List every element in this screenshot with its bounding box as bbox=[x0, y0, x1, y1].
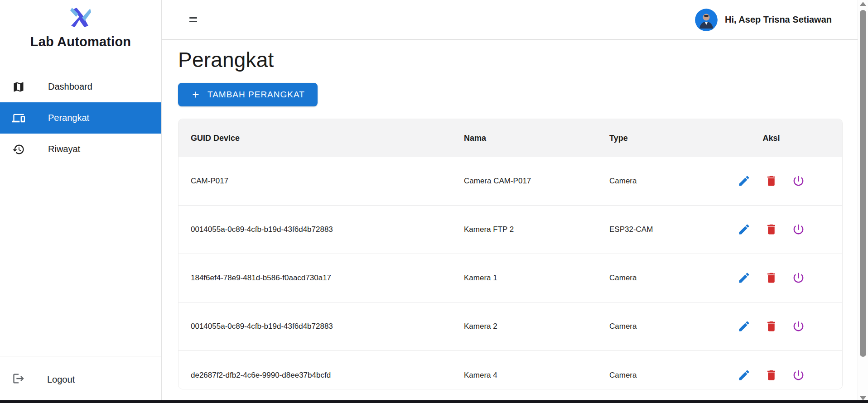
logout-label: Logout bbox=[47, 374, 75, 385]
pencil-icon bbox=[738, 271, 751, 284]
nama-cell: Kamera FTP 2 bbox=[452, 225, 597, 234]
delete-button[interactable] bbox=[765, 320, 778, 333]
brand-name: Lab Automation bbox=[0, 34, 161, 49]
aksi-cell bbox=[700, 320, 842, 333]
power-button[interactable] bbox=[792, 320, 805, 333]
trash-icon bbox=[765, 174, 778, 187]
sidebar-nav: Dashboard Perangkat Riwayat bbox=[0, 71, 161, 165]
sidebar: Lab Automation Dashboard Perangkat Riway… bbox=[0, 0, 162, 403]
table-row: 0014055a-0c89-4cfb-b19d-43f6d4b72883 Kam… bbox=[178, 302, 842, 351]
app-logo-icon bbox=[68, 6, 93, 29]
table-row: de2687f2-dfb2-4c6e-9990-d8ee37b4bcfd Kam… bbox=[178, 351, 842, 389]
power-icon bbox=[792, 369, 805, 382]
power-icon bbox=[792, 174, 805, 187]
column-header-guid: GUID Device bbox=[178, 134, 452, 143]
power-button[interactable] bbox=[792, 223, 805, 236]
user-area: Hi, Asep Trisna Setiawan bbox=[695, 9, 832, 31]
column-header-type: Type bbox=[597, 134, 700, 143]
logout-icon bbox=[12, 372, 25, 387]
guid-cell: de2687f2-dfb2-4c6e-9990-d8ee37b4bcfd bbox=[178, 371, 452, 380]
aksi-cell bbox=[700, 369, 842, 382]
column-header-nama: Nama bbox=[452, 134, 597, 143]
pencil-icon bbox=[738, 223, 751, 236]
add-device-button-label: TAMBAH PERANGKAT bbox=[207, 90, 305, 100]
sidebar-item-label: Dashboard bbox=[48, 82, 92, 92]
table-header-row: GUID Device Nama Type Aksi bbox=[178, 119, 842, 157]
column-header-aksi: Aksi bbox=[700, 134, 842, 143]
aksi-cell bbox=[700, 174, 842, 188]
screen-bottom-edge bbox=[0, 400, 868, 403]
logout-button[interactable]: Logout bbox=[0, 356, 161, 403]
map-icon bbox=[12, 80, 26, 94]
pencil-icon bbox=[738, 320, 751, 333]
type-cell: Camera bbox=[597, 273, 700, 283]
scroll-up-icon[interactable] bbox=[860, 2, 866, 6]
table-row: 184f6ef4-78e9-481d-b586-f0aacd730a17 Kam… bbox=[178, 254, 842, 302]
table-row: 0014055a-0c89-4cfb-b19d-43f6d4b72883 Kam… bbox=[178, 206, 842, 254]
history-icon bbox=[12, 143, 26, 156]
topbar: Hi, Asep Trisna Setiawan bbox=[162, 0, 858, 40]
edit-button[interactable] bbox=[738, 320, 751, 333]
scrollbar-thumb[interactable] bbox=[860, 10, 866, 357]
sidebar-item-dashboard[interactable]: Dashboard bbox=[0, 71, 161, 102]
trash-icon bbox=[765, 271, 778, 284]
type-cell: Camera bbox=[597, 322, 700, 331]
table-row: CAM-P017 Camera CAM-P017 Camera bbox=[178, 157, 842, 206]
sidebar-item-label: Perangkat bbox=[48, 113, 89, 123]
edit-button[interactable] bbox=[738, 223, 751, 236]
sidebar-item-riwayat[interactable]: Riwayat bbox=[0, 134, 161, 165]
window-scrollbar[interactable] bbox=[858, 0, 868, 403]
nama-cell: Camera CAM-P017 bbox=[452, 177, 597, 186]
main-content: Perangkat TAMBAH PERANGKAT GUID Device N… bbox=[162, 40, 858, 403]
type-cell: ESP32-CAM bbox=[597, 225, 700, 234]
plus-icon bbox=[191, 90, 201, 100]
menu-toggle-icon[interactable] bbox=[189, 17, 197, 23]
delete-button[interactable] bbox=[765, 271, 778, 285]
power-button[interactable] bbox=[792, 174, 805, 188]
user-greeting: Hi, Asep Trisna Setiawan bbox=[725, 14, 832, 25]
aksi-cell bbox=[700, 223, 842, 236]
devices-icon bbox=[12, 111, 26, 125]
table-body: CAM-P017 Camera CAM-P017 Camera 0014055a… bbox=[178, 157, 842, 389]
delete-button[interactable] bbox=[765, 174, 778, 188]
power-icon bbox=[792, 223, 805, 236]
trash-icon bbox=[765, 223, 778, 236]
guid-cell: CAM-P017 bbox=[178, 177, 452, 186]
edit-button[interactable] bbox=[738, 271, 751, 285]
aksi-cell bbox=[700, 271, 842, 285]
type-cell: Camera bbox=[597, 371, 700, 380]
pencil-icon bbox=[738, 369, 751, 382]
scroll-down-icon[interactable] bbox=[860, 396, 866, 400]
guid-cell: 0014055a-0c89-4cfb-b19d-43f6d4b72883 bbox=[178, 225, 452, 234]
guid-cell: 184f6ef4-78e9-481d-b586-f0aacd730a17 bbox=[178, 273, 452, 283]
nama-cell: Kamera 1 bbox=[452, 273, 597, 283]
sidebar-item-perangkat[interactable]: Perangkat bbox=[0, 102, 161, 134]
sidebar-item-label: Riwayat bbox=[48, 144, 80, 154]
trash-icon bbox=[765, 369, 778, 382]
page-title: Perangkat bbox=[178, 48, 843, 72]
add-device-button[interactable]: TAMBAH PERANGKAT bbox=[178, 83, 318, 106]
guid-cell: 0014055a-0c89-4cfb-b19d-43f6d4b72883 bbox=[178, 322, 452, 331]
power-button[interactable] bbox=[792, 369, 805, 382]
trash-icon bbox=[765, 320, 778, 333]
device-table: GUID Device Nama Type Aksi CAM-P017 Came… bbox=[178, 119, 843, 389]
edit-button[interactable] bbox=[738, 174, 751, 188]
power-icon bbox=[792, 320, 805, 333]
power-icon bbox=[792, 271, 805, 284]
nama-cell: Kamera 4 bbox=[452, 371, 597, 380]
avatar[interactable] bbox=[695, 9, 718, 31]
delete-button[interactable] bbox=[765, 369, 778, 382]
brand-block: Lab Automation bbox=[0, 0, 161, 49]
nama-cell: Kamera 2 bbox=[452, 322, 597, 331]
sidebar-spacer bbox=[0, 165, 161, 356]
edit-button[interactable] bbox=[738, 369, 751, 382]
type-cell: Camera bbox=[597, 177, 700, 186]
pencil-icon bbox=[738, 174, 751, 187]
delete-button[interactable] bbox=[765, 223, 778, 236]
power-button[interactable] bbox=[792, 271, 805, 285]
